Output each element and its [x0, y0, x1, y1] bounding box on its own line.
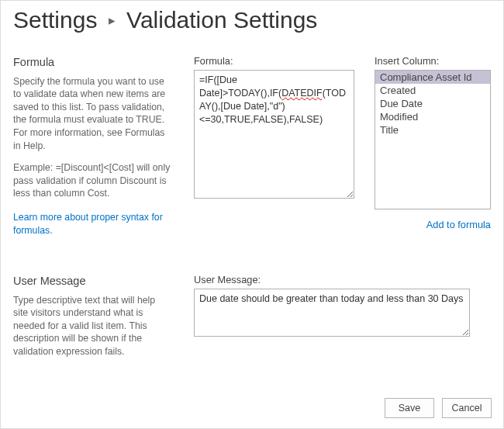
breadcrumb: Settings ▸ Validation Settings: [13, 7, 491, 33]
user-message-textarea[interactable]: [194, 289, 470, 337]
list-item[interactable]: Compliance Asset Id: [375, 71, 490, 84]
footer-actions: Save Cancel: [385, 398, 492, 418]
list-item[interactable]: Title: [375, 123, 490, 137]
breadcrumb-root[interactable]: Settings: [13, 7, 97, 33]
formula-textarea[interactable]: =IF([Due Date]>TODAY(),IF(DATEDIF(TODAY(…: [194, 70, 354, 199]
insert-column-label: Insert Column:: [375, 55, 491, 67]
learn-more-link[interactable]: Learn more about proper syntax for formu…: [13, 211, 172, 237]
add-to-formula-link[interactable]: Add to formula: [375, 219, 491, 230]
formula-section: Formula Specify the formula you want to …: [13, 55, 491, 237]
user-message-help: Type descriptive text that will help sit…: [13, 294, 172, 358]
chevron-right-icon: ▸: [104, 13, 120, 28]
list-item[interactable]: Created: [375, 84, 490, 97]
insert-column-listbox[interactable]: Compliance Asset IdCreatedDue DateModifi…: [375, 70, 491, 209]
formula-label: Formula:: [194, 55, 362, 67]
list-item[interactable]: Due Date: [375, 97, 490, 110]
formula-example: Example: =[Discount]<[Cost] will only pa…: [13, 161, 172, 200]
cancel-button[interactable]: Cancel: [442, 398, 492, 418]
user-message-section: User Message Type descriptive text that …: [13, 274, 491, 358]
spelling-error: DATEDIF: [281, 88, 323, 99]
user-message-label: User Message:: [194, 274, 491, 285]
user-message-title: User Message: [13, 274, 172, 289]
save-button[interactable]: Save: [385, 398, 434, 418]
formula-help: Specify the formula you want to use to v…: [13, 75, 172, 153]
formula-title: Formula: [13, 55, 172, 71]
breadcrumb-current: Validation Settings: [126, 7, 317, 33]
list-item[interactable]: Modified: [375, 110, 490, 123]
